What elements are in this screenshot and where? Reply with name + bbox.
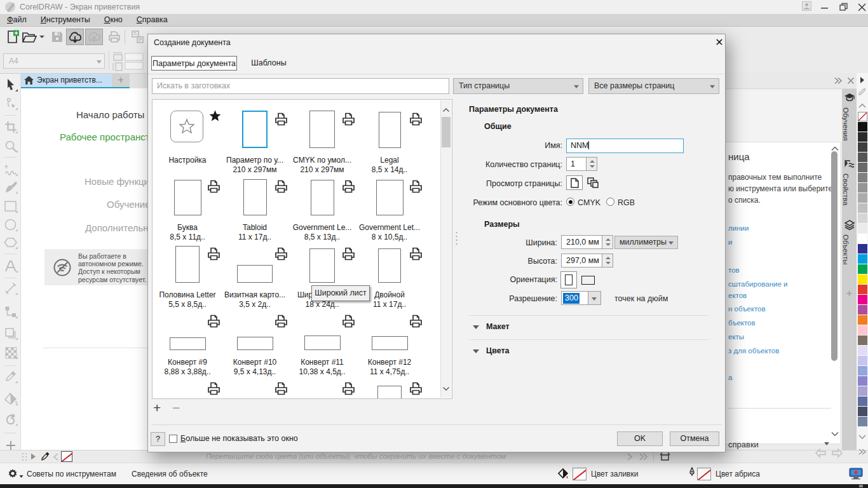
strip-next-icon[interactable] bbox=[627, 453, 633, 463]
page-count-spinner[interactable] bbox=[587, 157, 597, 171]
units-dropdown[interactable]: миллиметры bbox=[614, 236, 678, 249]
docker-close-icon[interactable] bbox=[847, 77, 855, 86]
help-button[interactable]: ? bbox=[151, 432, 165, 446]
palette-swatch-ffe600[interactable] bbox=[858, 274, 867, 284]
dialog-tab-document-settings[interactable]: Параметры документа bbox=[151, 56, 237, 71]
preset-конверт-#9[interactable]: Конверт #98,88 x 3,88д.. bbox=[154, 309, 221, 377]
preset-конверт-#10[interactable]: Конверт #109,5 x 4,13д.. bbox=[221, 309, 288, 377]
preset-scrollbar-thumb[interactable] bbox=[442, 117, 451, 147]
layout-section-heading[interactable]: Макет bbox=[486, 322, 510, 331]
rectangle-tool[interactable] bbox=[3, 198, 19, 215]
palette-expand-icon[interactable] bbox=[858, 448, 867, 458]
palette-swatch-8a84cf[interactable] bbox=[858, 376, 867, 386]
hints-link-7[interactable]: екты bbox=[728, 333, 744, 341]
status-object-info[interactable]: Сведения об объекте bbox=[132, 470, 208, 478]
palette-swatch-ababab[interactable] bbox=[858, 193, 867, 203]
docker-tab-1[interactable]: Свойства bbox=[842, 159, 857, 206]
palette-swatch-555555[interactable] bbox=[858, 152, 867, 162]
dialog-tab-templates[interactable]: Шаблоны bbox=[243, 56, 294, 71]
preset-scroll-up-icon[interactable] bbox=[442, 105, 450, 114]
hints-link-5[interactable]: н объектов bbox=[728, 305, 766, 313]
palette-flyout-icon[interactable] bbox=[860, 76, 865, 85]
fill-tool[interactable] bbox=[3, 391, 19, 407]
width-input[interactable]: 210,0 мм bbox=[561, 235, 602, 249]
preset-конверт-#11[interactable]: Конверт #1110,38 x 4,5д.. bbox=[288, 309, 356, 377]
welcome-nav-1[interactable]: Рабочее пространство bbox=[60, 132, 160, 142]
status-tool-hints[interactable]: Советы по инструментам bbox=[27, 470, 116, 478]
dont-show-checkbox[interactable] bbox=[169, 435, 177, 443]
docker-tab-2[interactable]: Объекты bbox=[842, 220, 857, 264]
eyedropper-tool[interactable] bbox=[3, 369, 19, 385]
gear-dropdown-icon[interactable] bbox=[19, 471, 24, 480]
palette-swatch-2e3192[interactable] bbox=[858, 244, 867, 254]
preset-tabloid[interactable]: Tabloid11 x 17д.. bbox=[221, 175, 288, 242]
minimize-button[interactable] bbox=[815, 0, 833, 14]
palette-scroll-down-icon[interactable] bbox=[858, 433, 866, 442]
gear-icon[interactable] bbox=[6, 467, 19, 482]
palette-swatch-ebebeb[interactable] bbox=[858, 224, 867, 233]
line-tool[interactable] bbox=[3, 280, 19, 297]
height-input[interactable]: 297,0 мм bbox=[561, 254, 602, 268]
shape-tool[interactable] bbox=[3, 95, 19, 112]
preset-визитная-карто-[interactable]: Визитная карто...3,5 x 2д.. bbox=[221, 242, 288, 309]
colors-section-heading[interactable]: Цвета bbox=[486, 346, 510, 355]
save-icon[interactable] bbox=[48, 29, 66, 45]
palette-swatch-959595[interactable] bbox=[858, 183, 867, 193]
cancel-button[interactable]: Отмена bbox=[670, 431, 719, 446]
text-tool[interactable] bbox=[3, 258, 19, 274]
layout-collapse-icon[interactable] bbox=[473, 325, 479, 329]
welcome-nav-2[interactable]: Новые функции bbox=[85, 176, 154, 187]
account-icon[interactable] bbox=[797, 1, 815, 15]
menu-item-3[interactable]: Справка bbox=[130, 14, 175, 27]
close-window-button[interactable] bbox=[853, 0, 868, 14]
ok-button[interactable]: OK bbox=[617, 431, 663, 446]
strip-grip[interactable] bbox=[22, 452, 28, 463]
palette-eyedropper-icon[interactable] bbox=[858, 87, 867, 99]
color-proof-icon[interactable] bbox=[849, 467, 863, 482]
polygon-tool[interactable] bbox=[3, 234, 19, 251]
palette-swatch-474e66[interactable] bbox=[858, 407, 867, 416]
page-dimensions-widget[interactable] bbox=[112, 51, 144, 73]
shadow-tool[interactable] bbox=[3, 325, 19, 342]
name-input[interactable]: NNM bbox=[566, 139, 684, 153]
connector-tool[interactable] bbox=[3, 304, 19, 320]
palette-swatch-00a651[interactable] bbox=[858, 264, 867, 274]
welcome-nav-0[interactable]: Начало работы bbox=[76, 109, 144, 120]
cloud-upload-icon[interactable] bbox=[85, 29, 103, 45]
docker-scroll-down-icon[interactable] bbox=[831, 430, 839, 438]
resolution-dropdown[interactable] bbox=[588, 291, 601, 305]
palette-swatch-5d6f9e[interactable] bbox=[858, 396, 867, 406]
print-icon[interactable] bbox=[105, 29, 123, 45]
open-folder-icon[interactable] bbox=[20, 29, 38, 45]
resolution-input[interactable]: 300 bbox=[561, 291, 588, 305]
hints-link-4[interactable]: ектов bbox=[728, 292, 747, 299]
palette-swatch-none[interactable] bbox=[858, 112, 867, 121]
single-page-view-button[interactable] bbox=[566, 175, 583, 190]
pick-tool[interactable] bbox=[3, 77, 19, 93]
docker-scrollbar-thumb[interactable] bbox=[831, 151, 837, 361]
import-icon[interactable] bbox=[128, 29, 146, 45]
palette-swatch-ec008c[interactable] bbox=[858, 295, 867, 304]
menu-item-2[interactable]: Окно bbox=[97, 14, 130, 27]
preset-scrollbar[interactable] bbox=[440, 100, 451, 398]
hints-link-8[interactable]: з для объектов bbox=[728, 347, 779, 355]
hints-link-0[interactable]: линии bbox=[728, 224, 749, 232]
menu-item-0[interactable]: Файл bbox=[0, 14, 34, 27]
transparency-tool[interactable] bbox=[3, 344, 19, 361]
preset-search-input[interactable]: Искать в заготовках bbox=[152, 78, 449, 94]
palette-swatch-7484a4[interactable] bbox=[858, 417, 867, 426]
height-spinner[interactable] bbox=[602, 254, 613, 268]
preset-partial-3[interactable] bbox=[356, 377, 423, 399]
palette-swatch-a8a3d1[interactable] bbox=[858, 386, 867, 396]
docker-collapse-icon[interactable] bbox=[834, 77, 843, 86]
palette-swatch-808080[interactable] bbox=[858, 173, 867, 182]
preset-legal[interactable]: Legal8,5 x 14д.. bbox=[356, 107, 423, 175]
page-sizes-filter[interactable]: Все размеры страниц bbox=[588, 78, 719, 94]
docker-combo-fragment[interactable]: справки bbox=[728, 440, 759, 449]
palette-swatch-3f3f3f[interactable] bbox=[858, 142, 867, 152]
palette-scroll-up-icon[interactable] bbox=[858, 101, 866, 110]
hints-link-1[interactable]: и bbox=[728, 238, 732, 246]
add-docker-button[interactable]: + bbox=[842, 287, 857, 300]
preset-буква[interactable]: Буква8,5 x 11д.. bbox=[154, 175, 221, 242]
palette-swatch-f47d20[interactable] bbox=[858, 315, 867, 325]
